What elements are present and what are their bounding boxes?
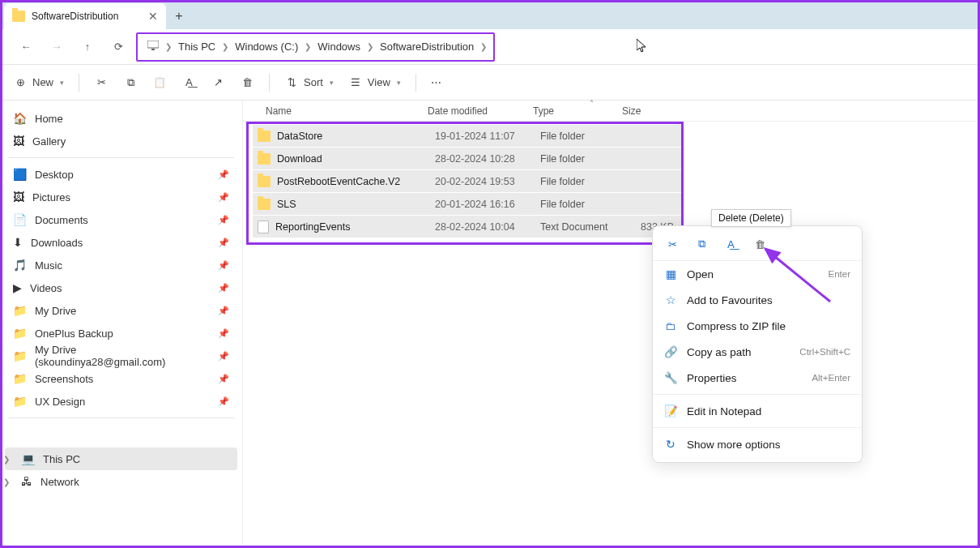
sidebar-label: My Drive xyxy=(35,305,76,317)
sidebar-item[interactable]: 🎵Music📌 xyxy=(5,254,237,276)
chevron-icon[interactable]: ❯ xyxy=(365,42,375,51)
chevron-down-icon: ▾ xyxy=(397,79,401,87)
more-icon: ↻ xyxy=(664,438,677,451)
sidebar-item[interactable]: ❯💻This PC xyxy=(5,447,237,470)
videos-icon: ▶ xyxy=(13,281,22,294)
context-menu-item[interactable]: ↻Show more options xyxy=(653,431,862,457)
sort-button[interactable]: ⇅ Sort ▾ xyxy=(284,75,334,90)
sidebar-label: My Drive (skoundinya28@gmail.com) xyxy=(35,344,210,368)
context-menu-item[interactable]: ▦OpenEnter xyxy=(653,261,862,287)
breadcrumb-item[interactable]: SoftwareDistribution xyxy=(375,41,479,53)
column-size[interactable]: Size xyxy=(622,105,671,117)
tab[interactable]: SoftwareDistribution ✕ xyxy=(4,3,166,29)
sidebar-item[interactable]: 📁OnePlus Backup📌 xyxy=(5,322,237,345)
breadcrumb-item[interactable]: Windows xyxy=(313,41,365,53)
sidebar-item[interactable]: 🖼Gallery xyxy=(5,130,237,152)
sidebar-item[interactable]: 📁Screenshots📌 xyxy=(5,367,237,390)
file-row[interactable]: SLS20-01-2024 16:16File folder xyxy=(253,193,682,215)
breadcrumb-item[interactable]: Windows (C:) xyxy=(230,41,303,53)
column-headers[interactable]: ˄ Name Date modified Type Size xyxy=(243,101,980,122)
chevron-icon[interactable]: ❯ xyxy=(303,42,313,51)
up-button[interactable]: ↑ xyxy=(75,34,100,60)
cut-button[interactable]: ✂ xyxy=(94,75,109,90)
file-row[interactable]: DataStore19-01-2024 11:07File folder xyxy=(253,125,682,147)
file-name: ReportingEvents xyxy=(275,221,350,233)
chevron-down-icon: ▾ xyxy=(330,79,334,87)
share-icon: ↗ xyxy=(211,75,225,90)
edit-icon: 📝 xyxy=(664,405,677,417)
copy-icon[interactable]: ⧉ xyxy=(693,236,709,252)
shortcut: Ctrl+Shift+C xyxy=(799,347,850,357)
paste-button[interactable]: 📋 xyxy=(152,75,167,90)
sidebar-item[interactable]: ❯🖧Network xyxy=(5,470,237,493)
star-icon: ☆ xyxy=(664,293,677,306)
copy-button[interactable]: ⧉ xyxy=(123,75,138,90)
column-type[interactable]: Type xyxy=(533,105,622,117)
view-icon: ☰ xyxy=(348,75,363,90)
shortcut: Alt+Enter xyxy=(812,373,850,383)
cut-icon[interactable]: ✂ xyxy=(664,236,680,252)
sort-icon: ⇅ xyxy=(284,75,299,90)
expand-icon[interactable]: ❯ xyxy=(3,477,10,486)
rename-button[interactable]: A͟ xyxy=(181,75,196,90)
sidebar-label: Music xyxy=(35,259,62,272)
pc-icon[interactable] xyxy=(143,41,164,53)
chevron-icon[interactable]: ❯ xyxy=(164,42,173,51)
pin-icon: 📌 xyxy=(218,215,229,225)
delete-button[interactable]: 🗑 xyxy=(240,75,254,90)
expand-icon[interactable]: ❯ xyxy=(3,455,10,464)
folder-icon: 📁 xyxy=(13,349,27,362)
file-row[interactable]: Download28-02-2024 10:28File folder xyxy=(253,148,682,169)
sidebar-item[interactable]: 🟦Desktop📌 xyxy=(5,163,237,186)
file-list: ˄ Name Date modified Type Size DataStore… xyxy=(243,101,980,548)
column-name[interactable]: Name xyxy=(249,105,428,117)
refresh-button[interactable]: ⟳ xyxy=(105,34,131,60)
trash-icon: 🗑 xyxy=(240,75,254,90)
context-menu-item[interactable]: 📝Edit in Notepad xyxy=(653,398,862,424)
sidebar-label: Network xyxy=(40,476,79,488)
back-button[interactable]: ← xyxy=(13,34,39,60)
sidebar-item[interactable]: 📁UX Design📌 xyxy=(5,390,237,413)
sidebar-item[interactable]: 📁My Drive (skoundinya28@gmail.com)📌 xyxy=(5,345,237,367)
folder-icon xyxy=(258,131,271,142)
file-row[interactable]: ReportingEvents28-02-2024 10:04Text Docu… xyxy=(253,216,682,238)
tab-bar: SoftwareDistribution ✕ + xyxy=(0,0,980,29)
sidebar-item[interactable]: 📁My Drive📌 xyxy=(5,299,237,322)
context-menu: ✂ ⧉ A͟ 🗑 ▦OpenEnter☆Add to Favourites🗀Co… xyxy=(652,225,863,463)
chevron-icon[interactable]: ❯ xyxy=(220,42,230,51)
sidebar-item[interactable]: ⬇Downloads📌 xyxy=(5,231,237,254)
chevron-down-icon: ▾ xyxy=(60,79,64,87)
path-icon: 🔗 xyxy=(664,345,677,358)
context-menu-item[interactable]: 🔧PropertiesAlt+Enter xyxy=(653,365,862,391)
chevron-icon[interactable]: ❯ xyxy=(479,42,488,51)
sidebar-item[interactable]: 📄Documents📌 xyxy=(5,208,237,231)
rename-icon[interactable]: A͟ xyxy=(722,236,739,252)
pin-icon: 📌 xyxy=(218,396,229,407)
new-button[interactable]: ⊕ New ▾ xyxy=(13,75,64,90)
context-menu-item[interactable]: ☆Add to Favourites xyxy=(653,287,862,313)
pin-icon: 📌 xyxy=(218,238,229,248)
context-menu-item[interactable]: 🔗Copy as pathCtrl+Shift+C xyxy=(653,339,862,365)
close-icon[interactable]: ✕ xyxy=(148,10,158,23)
breadcrumb-item[interactable]: This PC xyxy=(173,41,220,53)
sidebar-item[interactable]: 🏠Home xyxy=(5,107,237,130)
new-tab-button[interactable]: + xyxy=(166,3,192,29)
cursor-icon xyxy=(637,39,648,57)
sidebar-item[interactable]: 🖼Pictures📌 xyxy=(5,186,237,208)
column-date[interactable]: Date modified xyxy=(428,105,533,117)
forward-button[interactable]: → xyxy=(44,34,70,60)
more-button[interactable]: ⋯ xyxy=(431,76,441,88)
trash-icon[interactable]: 🗑 xyxy=(752,236,768,252)
separator xyxy=(653,394,862,395)
zip-icon: 🗀 xyxy=(664,320,677,332)
file-date: 28-02-2024 10:28 xyxy=(435,153,540,165)
view-button[interactable]: ☰ View ▾ xyxy=(348,75,401,90)
sidebar: 🏠Home🖼Gallery 🟦Desktop📌🖼Pictures📌📄Docume… xyxy=(0,101,243,548)
share-button[interactable]: ↗ xyxy=(211,75,225,90)
separator xyxy=(653,427,862,428)
file-row[interactable]: PostRebootEventCache.V220-02-2024 19:53F… xyxy=(253,170,682,192)
folder-icon xyxy=(258,176,271,187)
context-menu-item[interactable]: 🗀Compress to ZIP file xyxy=(653,313,862,339)
sidebar-item[interactable]: ▶Videos📌 xyxy=(5,276,237,299)
sidebar-label: Videos xyxy=(30,282,62,294)
